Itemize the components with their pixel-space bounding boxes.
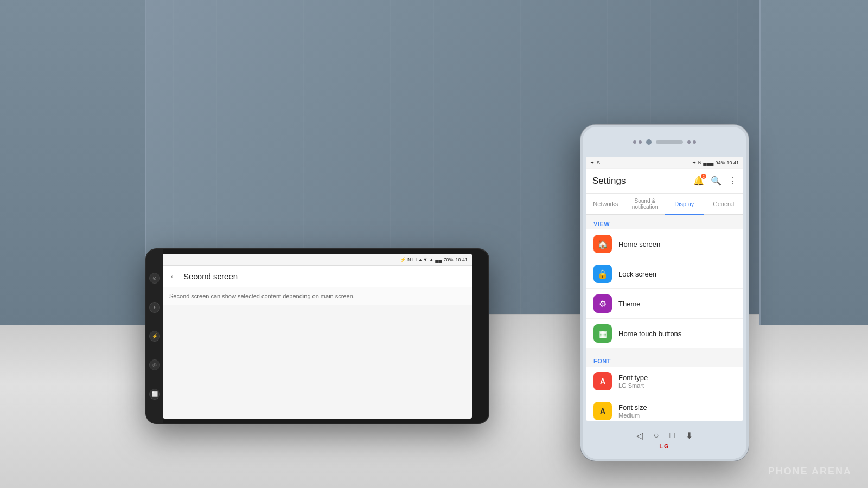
font-type-item[interactable]: A Font type LG Smart [586,367,743,396]
theme-title: Theme [618,300,736,308]
home-touch-buttons-icon: ▦ [593,324,612,343]
sensor-1 [633,140,636,144]
appbar-title: Settings [592,176,693,187]
search-icon[interactable]: 🔍 [711,176,722,186]
lock-screen-text: Lock screen [618,270,736,278]
font-size-text: Font size Medium [618,403,736,419]
battery-pct: 94% [715,160,725,165]
settings-content: VIEW 🏠 Home screen 🔒 Lock screen [586,215,743,421]
home-nav-button[interactable]: ○ [654,431,659,440]
back-nav-button[interactable]: ◁ [636,431,643,441]
lock-screen-icon: 🔒 [593,265,612,283]
down-nav-button[interactable]: ⬇ [686,431,693,441]
phone-screen: ✦ S ✦ N ▄▄▄ 94% 10:41 Settings 🔔 2 [586,157,743,421]
side-btn-torch: ⚡ [149,331,160,342]
view-settings-group: 🏠 Home screen 🔒 Lock screen [586,229,743,348]
nfc-icon: N [698,160,702,165]
appbar-icons: 🔔 2 🔍 ⋮ [693,176,737,186]
notification-badge: 2 [701,174,706,179]
front-camera [646,139,652,145]
phone-nav-bar: ◁ ○ □ ⬇ [636,431,693,441]
recents-nav-button[interactable]: □ [670,431,675,440]
phone-top-area [583,127,746,157]
earpiece-speaker [656,140,683,144]
wall-left [0,0,146,325]
tab-networks[interactable]: Networks [586,194,626,215]
android-statusbar: ✦ S ✦ N ▄▄▄ 94% 10:41 [586,157,743,169]
home-touch-buttons-item[interactable]: ▦ Home touch buttons [586,319,743,348]
theme-icon: ⚙ [593,294,612,313]
home-touch-buttons-title: Home touch buttons [618,330,736,338]
phone-portrait-body: ✦ S ✦ N ▄▄▄ 94% 10:41 Settings 🔔 2 [583,127,746,459]
phone-landscape: ⊘ ✦ ⚡ ◎ ⬜ ⚡ N ☐ ▲▼ ▲ ▄▄ 70% 10:41 ← Seco… [146,249,488,423]
bt-icon: ✦ [692,160,697,165]
lock-screen-title: Lock screen [618,270,736,278]
font-type-subtitle: LG Smart [618,382,736,389]
home-screen-title: Home screen [618,240,736,248]
phone-portrait: ✦ S ✦ N ▄▄▄ 94% 10:41 Settings 🔔 2 [580,125,749,461]
sensor-2 [639,140,642,144]
font-type-title: Font type [618,374,736,382]
font-settings-group: A Font type LG Smart A Font size Medium [586,367,743,421]
signal-icon: ▄▄▄ [703,160,713,165]
theme-text: Theme [618,300,736,308]
landscape-statusbar: ⚡ N ☐ ▲▼ ▲ ▄▄ 70% 10:41 [163,254,472,266]
sensor-4 [693,140,696,144]
status-right-icons: ✦ N ▄▄▄ 94% 10:41 [692,160,739,165]
lg-brand-logo: LG [659,443,669,450]
side-btn-copy: ⬜ [149,389,160,400]
font-type-text: Font type LG Smart [618,374,736,389]
landscape-time: 10:41 [455,257,468,262]
font-size-icon: A [593,402,612,420]
phone-sensors-right [687,140,696,144]
tab-display[interactable]: Display [665,194,704,215]
font-size-title: Font size [618,403,736,412]
bluetooth-status-icon: ✦ [590,160,595,165]
second-screen-title: Second screen [183,272,238,281]
home-screen-item[interactable]: 🏠 Home screen [586,229,743,259]
status-left-icons: ✦ S [590,160,600,165]
settings-appbar: Settings 🔔 2 🔍 ⋮ [586,169,743,194]
font-type-icon: A [593,372,612,390]
home-screen-icon: 🏠 [593,235,612,253]
sensor-3 [687,140,691,144]
side-btn-1: ⊘ [149,273,160,284]
landscape-status-icons: ⚡ N ☐ ▲▼ ▲ ▄▄ 70% [400,257,453,262]
time-display: 10:41 [726,160,739,165]
phone-landscape-screen: ⚡ N ☐ ▲▼ ▲ ▄▄ 70% 10:41 ← Second screen … [163,254,472,419]
font-size-item[interactable]: A Font size Medium [586,396,743,421]
side-btn-wifi: ◎ [149,359,160,370]
settings-tabs: Networks Sound & notification Display Ge… [586,194,743,215]
second-screen-subtitle: Second screen can show selected content … [163,287,472,305]
landscape-header: ← Second screen [163,266,472,287]
tab-general[interactable]: General [704,194,744,215]
home-screen-text: Home screen [618,240,736,248]
back-arrow-icon[interactable]: ← [169,272,178,281]
more-options-icon[interactable]: ⋮ [728,176,737,186]
notification-bell-icon[interactable]: 🔔 2 [693,176,704,186]
home-touch-buttons-text: Home touch buttons [618,330,736,338]
theme-item[interactable]: ⚙ Theme [586,289,743,319]
phone-sensors [633,140,642,144]
tab-sound[interactable]: Sound & notification [626,194,665,215]
section-view-label: VIEW [586,215,743,229]
lock-screen-item[interactable]: 🔒 Lock screen [586,259,743,289]
phone-bottom: ◁ ○ □ ⬇ LG [583,421,746,459]
section-font-label: FONT [586,352,743,367]
font-size-subtitle: Medium [618,412,736,419]
wall-right [760,0,868,325]
side-btn-bluetooth: ✦ [149,302,160,313]
skype-status-icon: S [597,160,600,165]
phone-side-buttons: ⊘ ✦ ⚡ ◎ ⬜ [146,249,163,423]
watermark: PHONE ARENA [768,466,852,477]
